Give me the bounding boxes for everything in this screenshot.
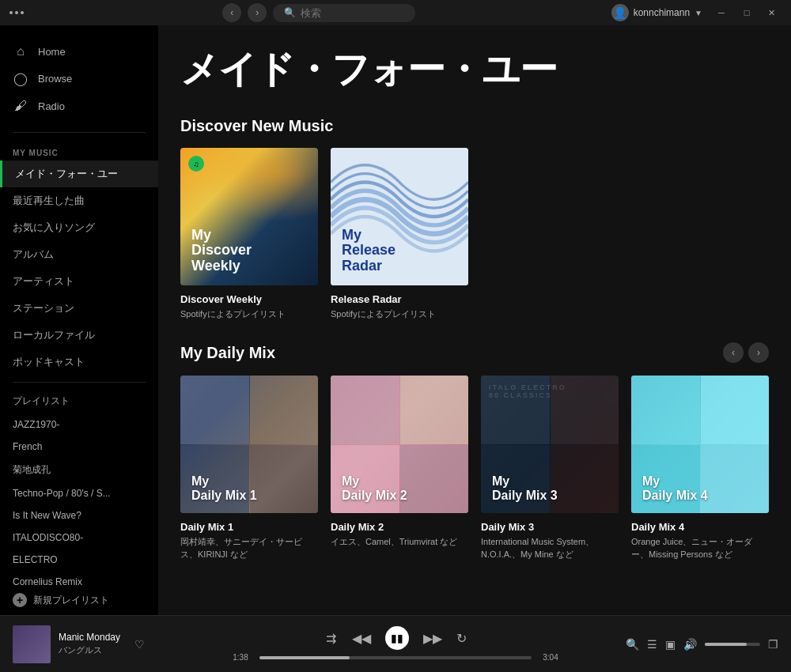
playlist-item[interactable]: プレイリスト xyxy=(0,389,158,413)
sidebar-item-artists[interactable]: アーティスト xyxy=(0,268,158,295)
sidebar-item-label: メイド・フォー・ユー xyxy=(15,167,118,181)
discover-weekly-card[interactable]: ♫ MyDiscoverWeekly Discover Weekly Spoti… xyxy=(180,148,318,320)
devices-icon[interactable]: ▣ xyxy=(665,638,676,651)
sidebar-item-podcasts[interactable]: ポッドキャスト xyxy=(0,349,158,376)
shuffle-button[interactable] xyxy=(325,632,338,644)
collage-cell xyxy=(250,376,319,444)
player-thumbnail xyxy=(13,625,51,663)
playlist-item[interactable]: ELECTRO xyxy=(0,549,158,571)
volume-icon[interactable]: 🔊 xyxy=(683,638,697,651)
section-prev-button[interactable]: ‹ xyxy=(723,342,744,363)
daily-mix-1-name: Daily Mix 1 xyxy=(180,521,318,533)
pause-button[interactable]: ▮▮ xyxy=(385,626,409,650)
daily-mix-2-card[interactable]: MyDaily Mix 2 Daily Mix 2 イエス、Camel、Triu… xyxy=(331,376,468,561)
daily-mix-1-cover: MyDaily Mix 1 xyxy=(180,376,318,513)
heart-icon[interactable]: ♡ xyxy=(134,638,145,651)
playlist-section: プレイリスト JAZZ1970- French 菊地成孔 Techno-Pop … xyxy=(0,389,158,585)
sidebar-item-label: ポッドキャスト xyxy=(13,355,85,369)
daily-mix-1-cover-text: MyDaily Mix 1 xyxy=(191,474,257,502)
sidebar-divider-2 xyxy=(13,382,146,383)
sidebar-item-radio[interactable]: 🖌 Radio xyxy=(0,92,158,119)
player-thumb-image xyxy=(13,625,51,663)
daily-mix-4-sub: Orange Juice、ニュー・オーダー、Missing Persons など xyxy=(631,536,769,561)
player-left: Manic Monday バングルス ♡ xyxy=(13,625,187,663)
sidebar-divider xyxy=(13,132,146,133)
previous-button[interactable]: ◀◀ xyxy=(352,631,371,646)
search-icon[interactable]: 🔍 xyxy=(626,638,639,651)
collage-cell xyxy=(250,445,319,514)
chevron-down-icon: ▼ xyxy=(694,9,702,17)
sidebar-item-browse[interactable]: ◯ Browse xyxy=(0,65,158,92)
search-bar[interactable]: 🔍 xyxy=(273,4,415,22)
back-button[interactable]: ‹ xyxy=(222,3,241,22)
player-track-artist: バングルス xyxy=(59,644,120,656)
sidebar-item-albums[interactable]: アルバム xyxy=(0,241,158,268)
minimize-button[interactable]: ─ xyxy=(709,3,734,22)
daily-mix-section-header: My Daily Mix ‹ › xyxy=(180,342,769,363)
sidebar: ⌂ Home ◯ Browse 🖌 Radio MY MUSIC メイド・フォー… xyxy=(0,25,158,615)
daily-mix-2-cover: MyDaily Mix 2 xyxy=(331,376,468,513)
maximize-button[interactable]: □ xyxy=(734,3,759,22)
collage-cell xyxy=(180,376,249,444)
radio-icon: 🖌 xyxy=(13,99,28,113)
sidebar-item-label: ローカルファイル xyxy=(13,328,95,342)
playlist-item[interactable]: French xyxy=(0,436,158,458)
playlist-item[interactable]: JAZZ1970- xyxy=(0,413,158,436)
sidebar-nav: ⌂ Home ◯ Browse 🖌 Radio xyxy=(0,25,158,126)
next-button[interactable]: ▶▶ xyxy=(423,631,442,646)
username-label: konnchimann xyxy=(634,7,690,18)
discover-weekly-sub: Spotifyによるプレイリスト xyxy=(180,308,318,320)
release-radar-card[interactable]: ♫ MyReleaseRadar xyxy=(331,148,468,320)
progress-bar-fill xyxy=(259,656,350,659)
playlist-item[interactable]: Techno-Pop / 80's / S... xyxy=(0,482,158,504)
sidebar-item-made-for-you[interactable]: メイド・フォー・ユー xyxy=(0,160,158,187)
daily-mix-3-card[interactable]: ITALO ELECTRO80 CLASSICS MyDaily Mix 3 D… xyxy=(481,376,619,561)
browse-icon: ◯ xyxy=(13,71,28,86)
mix3-bg-text: ITALO ELECTRO80 CLASSICS xyxy=(489,383,566,399)
new-playlist-label: 新規プレイリスト xyxy=(33,594,109,607)
daily-mix-3-cover-text: MyDaily Mix 3 xyxy=(492,474,558,502)
daily-mix-4-cover: MyDaily Mix 4 xyxy=(631,376,769,513)
volume-bar[interactable] xyxy=(705,643,760,646)
dot xyxy=(15,11,18,14)
repeat-button[interactable]: ↻ xyxy=(456,631,467,646)
sidebar-item-label: ステーション xyxy=(13,301,74,315)
sidebar-item-home[interactable]: ⌂ Home xyxy=(0,38,158,65)
collage-cell xyxy=(400,445,469,514)
progress-bar[interactable] xyxy=(259,656,532,659)
playlist-item[interactable]: ITALODISCO80- xyxy=(0,527,158,549)
new-playlist-button[interactable]: + 新規プレイリスト xyxy=(0,585,158,615)
sidebar-item-recent[interactable]: 最近再生した曲 xyxy=(0,187,158,214)
sidebar-item-label: 最近再生した曲 xyxy=(13,194,85,208)
discover-section-title: Discover New Music xyxy=(180,117,333,135)
app-body: ⌂ Home ◯ Browse 🖌 Radio MY MUSIC メイド・フォー… xyxy=(0,25,791,615)
title-bar-right: 👤 konnchimann ▼ ─ □ ✕ xyxy=(611,3,785,22)
search-input[interactable] xyxy=(301,7,403,19)
daily-mix-cards-row: MyDaily Mix 1 Daily Mix 1 岡村靖幸、サニーデイ・サービ… xyxy=(180,376,769,561)
section-next-button[interactable]: › xyxy=(748,342,769,363)
daily-mix-2-sub: イエス、Camel、Triumvirat など xyxy=(331,536,468,548)
app-menu[interactable] xyxy=(6,8,27,17)
spotify-logo: ♫ xyxy=(188,156,204,172)
collage-cell xyxy=(701,376,770,444)
user-area[interactable]: 👤 konnchimann ▼ xyxy=(611,4,702,21)
player-right: 🔍 ☰ ▣ 🔊 ❐ xyxy=(604,638,778,651)
title-bar: ‹ › 🔍 👤 konnchimann ▼ ─ □ ✕ xyxy=(0,0,791,25)
sidebar-item-stations[interactable]: ステーション xyxy=(0,295,158,322)
sidebar-item-liked[interactable]: お気に入りソング xyxy=(0,214,158,241)
release-radar-cover-text: MyReleaseRadar xyxy=(342,228,396,274)
sidebar-item-local[interactable]: ローカルファイル xyxy=(0,322,158,349)
discover-cards-row: ♫ MyDiscoverWeekly Discover Weekly Spoti… xyxy=(180,148,769,320)
close-button[interactable]: ✕ xyxy=(759,3,785,22)
fullscreen-icon[interactable]: ❐ xyxy=(768,638,778,651)
playlist-item[interactable]: Is It New Wave? xyxy=(0,504,158,527)
collage-cell xyxy=(551,445,619,514)
queue-icon[interactable]: ☰ xyxy=(647,638,657,651)
daily-mix-1-card[interactable]: MyDaily Mix 1 Daily Mix 1 岡村靖幸、サニーデイ・サービ… xyxy=(180,376,318,561)
sidebar-item-label: Radio xyxy=(38,100,65,112)
daily-mix-4-card[interactable]: MyDaily Mix 4 Daily Mix 4 Orange Juice、ニ… xyxy=(631,376,769,561)
playlist-item[interactable]: Cornelius Remix xyxy=(0,571,158,585)
playlist-item[interactable]: 菊地成孔 xyxy=(0,458,158,482)
player-bar: Manic Monday バングルス ♡ ◀◀ ▮▮ ▶▶ ↻ 1:38 3:0… xyxy=(0,615,791,672)
forward-button[interactable]: › xyxy=(248,3,267,22)
